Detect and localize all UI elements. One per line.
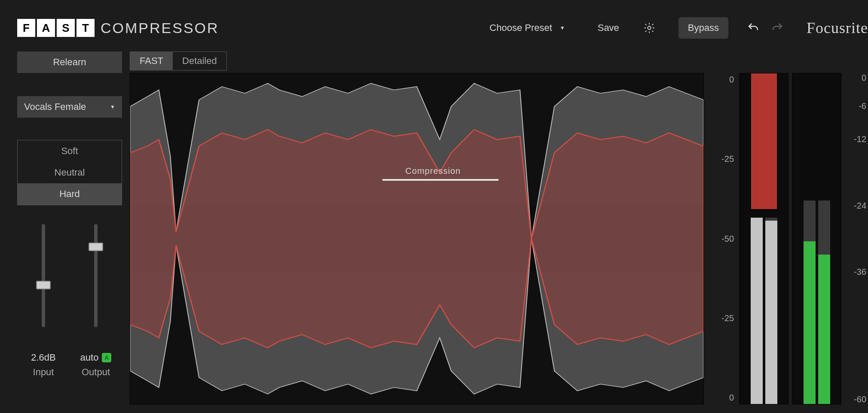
input-slider[interactable] bbox=[26, 224, 61, 344]
profile-selected-label: Vocals Female bbox=[24, 101, 86, 112]
output-slider[interactable] bbox=[79, 224, 113, 344]
auto-badge-icon: A bbox=[102, 353, 111, 362]
input-caption: Input bbox=[20, 367, 67, 378]
y-tick: 0 bbox=[729, 393, 734, 403]
meter-tick: -36 bbox=[854, 267, 866, 277]
style-option-soft[interactable]: Soft bbox=[18, 140, 122, 162]
center-panel: FAST Detailed Compression 0 -25 -50 -25 … bbox=[130, 52, 868, 404]
compression-slider[interactable] bbox=[382, 179, 498, 181]
input-slider-track[interactable] bbox=[42, 224, 45, 327]
meter-tick: -6 bbox=[859, 101, 866, 111]
meter-tick: -60 bbox=[854, 395, 866, 404]
meter-tick: -12 bbox=[854, 134, 866, 144]
topbar: F A S T COMPRESSOR Choose Preset ▼ Save … bbox=[9, 9, 868, 47]
waveform-y-axis: 0 -25 -50 -25 0 bbox=[706, 73, 737, 404]
y-tick: 0 bbox=[729, 75, 734, 85]
output-caption: Output bbox=[72, 367, 119, 378]
choose-preset-label: Choose Preset bbox=[489, 22, 552, 33]
logo-fast: F A S T bbox=[17, 19, 95, 37]
style-option-neutral[interactable]: Neutral bbox=[18, 162, 122, 183]
input-value: 2.6dB bbox=[31, 352, 56, 363]
undo-button[interactable] bbox=[741, 16, 765, 40]
choose-preset-dropdown[interactable]: Choose Preset ▼ bbox=[482, 18, 572, 38]
meters: 0-6-12-24-36-60 bbox=[739, 73, 868, 404]
plugin-window: F A S T COMPRESSOR Choose Preset ▼ Save … bbox=[9, 9, 868, 413]
resize-grip-icon[interactable] bbox=[859, 404, 868, 413]
level-meter-output bbox=[804, 65, 830, 404]
meter-tick: -24 bbox=[854, 200, 866, 210]
bypass-button[interactable]: Bypass bbox=[679, 17, 728, 39]
compression-label: Compression bbox=[405, 166, 461, 176]
output-value: auto bbox=[80, 352, 99, 363]
slider-readout: 2.6dB Input auto A Output bbox=[17, 352, 122, 378]
main-body: Relearn Vocals Female ▼ Soft Neutral Har… bbox=[9, 47, 868, 413]
view-tabs: FAST Detailed bbox=[130, 52, 227, 70]
waveform-display[interactable]: Compression bbox=[130, 73, 704, 404]
logo-letter: T bbox=[76, 19, 95, 37]
y-tick: -25 bbox=[721, 154, 734, 164]
y-tick: -50 bbox=[721, 234, 734, 244]
redo-icon bbox=[771, 21, 784, 34]
gain-reduction-meter bbox=[739, 73, 789, 404]
level-meter-input bbox=[751, 65, 777, 404]
app-title: COMPRESSOR bbox=[101, 20, 219, 36]
relearn-button[interactable]: Relearn bbox=[17, 52, 122, 73]
tab-fast[interactable]: FAST bbox=[130, 52, 173, 70]
brand-logo: Focusrite bbox=[807, 19, 868, 37]
output-level-meter bbox=[792, 73, 841, 404]
style-selector: Soft Neutral Hard bbox=[17, 140, 122, 205]
waveform-svg bbox=[130, 73, 703, 404]
sidebar: Relearn Vocals Female ▼ Soft Neutral Har… bbox=[17, 52, 122, 404]
redo-button[interactable] bbox=[765, 16, 789, 40]
y-tick: -25 bbox=[721, 313, 734, 323]
undo-icon bbox=[747, 21, 760, 34]
logo-letter: S bbox=[57, 19, 75, 37]
slider-group bbox=[17, 224, 122, 344]
meter-tick: 0 bbox=[862, 73, 866, 83]
meter-scale: 0-6-12-24-36-60 bbox=[845, 73, 868, 404]
output-slider-thumb[interactable] bbox=[89, 243, 103, 251]
logo-letter: A bbox=[37, 19, 55, 37]
logo-letter: F bbox=[17, 19, 35, 37]
input-slider-thumb[interactable] bbox=[36, 281, 51, 289]
gear-icon bbox=[643, 22, 655, 34]
style-option-hard[interactable]: Hard bbox=[18, 183, 122, 205]
save-button[interactable]: Save bbox=[590, 18, 627, 38]
output-slider-track[interactable] bbox=[94, 224, 98, 327]
chevron-down-icon: ▼ bbox=[110, 104, 115, 110]
svg-point-0 bbox=[648, 26, 651, 29]
tab-detailed[interactable]: Detailed bbox=[173, 52, 226, 70]
profile-select[interactable]: Vocals Female ▼ bbox=[17, 96, 122, 118]
settings-button[interactable] bbox=[637, 16, 661, 40]
chevron-down-icon: ▼ bbox=[560, 25, 565, 31]
